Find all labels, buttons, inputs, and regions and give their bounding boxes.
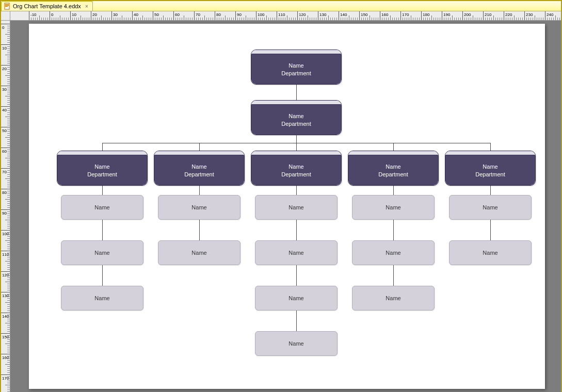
org-col-3-name-1[interactable]: Name bbox=[352, 240, 435, 265]
org-col-4-name-1[interactable]: Name bbox=[449, 240, 532, 265]
ruler-h-minor bbox=[167, 18, 168, 20]
ruler-h-minor bbox=[180, 18, 180, 20]
ruler-h-minor bbox=[204, 15, 205, 20]
ruler-h-minor bbox=[322, 18, 323, 20]
ruler-h-minor bbox=[454, 18, 455, 20]
org-col-2-name-0[interactable]: Name bbox=[255, 195, 338, 220]
ruler-h-tick: 100 bbox=[256, 11, 256, 21]
ruler-h-minor bbox=[351, 18, 351, 20]
ruler-v-minor bbox=[7, 166, 10, 167]
dept-cap bbox=[251, 151, 341, 155]
ruler-h-tick: 70 bbox=[194, 11, 195, 21]
ruler-h-minor bbox=[372, 18, 372, 20]
ruler-vertical[interactable]: 0102030405060708090100110120130140150160… bbox=[1, 21, 10, 392]
ruler-horizontal[interactable]: -100102030405060708090100110120130140150… bbox=[10, 11, 561, 21]
org-col-4-dept[interactable]: NameDepartment bbox=[445, 151, 536, 186]
ruler-h-minor bbox=[427, 18, 428, 20]
ruler-h-minor bbox=[149, 18, 149, 20]
ruler-v-minor bbox=[7, 143, 10, 144]
ruler-h-minor bbox=[388, 18, 389, 20]
ruler-v-minor bbox=[7, 98, 10, 99]
ruler-v-minor bbox=[7, 277, 10, 278]
org-col-3-name-0[interactable]: Name bbox=[352, 195, 435, 220]
ruler-v-minor bbox=[7, 366, 10, 367]
ruler-v-minor bbox=[7, 191, 10, 191]
ruler-h-minor bbox=[553, 18, 554, 20]
ruler-h-minor bbox=[444, 18, 444, 20]
org-col-2-name-2[interactable]: Name bbox=[255, 286, 338, 311]
ruler-h-minor bbox=[285, 18, 285, 20]
ruler-h-minor bbox=[248, 18, 248, 20]
ruler-v-minor bbox=[7, 255, 10, 255]
page[interactable]: NameDepartmentNameDepartmentNameDepartme… bbox=[29, 24, 545, 389]
ruler-h-minor bbox=[301, 18, 302, 20]
ruler-v-minor bbox=[7, 139, 10, 140]
document-tab[interactable]: Org Chart Template 4.eddx × bbox=[1, 1, 93, 11]
org-col-1-name-1[interactable]: Name bbox=[158, 240, 240, 265]
ruler-v-minor bbox=[7, 327, 10, 328]
ruler-v-minor bbox=[7, 108, 10, 109]
org-col-1-name-0[interactable]: Name bbox=[158, 195, 240, 220]
dept-name-label: Name bbox=[191, 163, 206, 171]
ruler-v-minor bbox=[7, 123, 10, 123]
ruler-v-minor bbox=[5, 220, 10, 220]
ruler-h-minor bbox=[178, 18, 178, 20]
ruler-v-minor bbox=[7, 319, 10, 319]
ruler-v-minor bbox=[7, 38, 10, 39]
ruler-h-minor bbox=[52, 18, 52, 20]
org-root[interactable]: NameDepartment bbox=[251, 50, 342, 85]
ruler-h-minor bbox=[223, 18, 223, 20]
org-col-3-name-2[interactable]: Name bbox=[352, 286, 435, 311]
org-col-3-dept[interactable]: NameDepartment bbox=[348, 151, 439, 186]
ruler-v-minor bbox=[7, 150, 10, 150]
org-col-4-name-0[interactable]: Name bbox=[449, 195, 532, 220]
ruler-h-minor bbox=[103, 18, 104, 20]
canvas-area[interactable]: NameDepartmentNameDepartmentNameDepartme… bbox=[10, 21, 561, 392]
org-col-0-name-0[interactable]: Name bbox=[61, 195, 143, 220]
document-tab-bar: Org Chart Template 4.eddx × bbox=[1, 1, 561, 11]
ruler-v-minor bbox=[7, 42, 10, 43]
org-col-2-dept[interactable]: NameDepartment bbox=[251, 151, 342, 186]
close-icon[interactable]: × bbox=[85, 4, 88, 9]
org-col-1-dept[interactable]: NameDepartment bbox=[154, 151, 245, 186]
ruler-h-minor bbox=[287, 15, 287, 20]
org-col-0-name-2[interactable]: Name bbox=[61, 286, 143, 311]
ruler-v-minor bbox=[7, 119, 10, 119]
ruler-h-minor bbox=[268, 18, 269, 20]
ruler-h-minor bbox=[415, 18, 415, 20]
ruler-h-minor bbox=[219, 18, 219, 20]
ruler-v-minor bbox=[7, 379, 10, 379]
ruler-v-tick: 110 bbox=[1, 251, 10, 251]
org-col-2-name-1[interactable]: Name bbox=[255, 240, 338, 265]
ruler-v-minor bbox=[7, 36, 10, 37]
org-col-0-name-1[interactable]: Name bbox=[61, 240, 143, 265]
ruler-v-minor bbox=[7, 284, 10, 284]
ruler-h-minor bbox=[526, 18, 527, 20]
ruler-v-tick: 170 bbox=[1, 374, 10, 375]
ruler-v-minor bbox=[7, 63, 10, 63]
ruler-h-minor bbox=[171, 18, 172, 20]
name-label: Name bbox=[94, 295, 109, 301]
ruler-h-minor bbox=[330, 18, 331, 20]
ruler-h-minor bbox=[124, 18, 124, 20]
ruler-v-minor bbox=[7, 185, 10, 185]
ruler-v-minor bbox=[5, 364, 10, 365]
org-second[interactable]: NameDepartment bbox=[251, 100, 342, 135]
ruler-v-minor bbox=[7, 172, 10, 173]
org-col-0-dept[interactable]: NameDepartment bbox=[57, 151, 148, 186]
dept-cap bbox=[57, 151, 147, 155]
ruler-h-minor bbox=[101, 15, 102, 20]
ruler-h-minor bbox=[446, 18, 446, 20]
ruler-h-minor bbox=[341, 18, 341, 20]
ruler-v-minor bbox=[5, 323, 10, 323]
ruler-h-tick: 160 bbox=[380, 11, 380, 21]
ruler-v-tick: 30 bbox=[1, 86, 10, 86]
ruler-v-minor bbox=[7, 53, 10, 53]
ruler-h-minor bbox=[206, 18, 207, 20]
ruler-h-minor bbox=[497, 18, 498, 20]
org-col-2-name-3[interactable]: Name bbox=[255, 331, 338, 356]
ruler-v-minor bbox=[7, 51, 10, 51]
ruler-h-minor bbox=[198, 18, 199, 20]
ruler-v-minor bbox=[5, 261, 10, 262]
ruler-v-minor bbox=[7, 383, 10, 383]
